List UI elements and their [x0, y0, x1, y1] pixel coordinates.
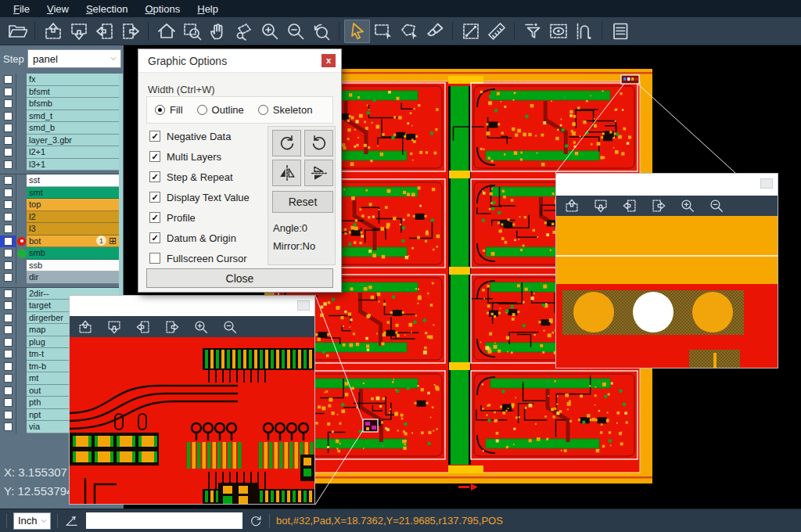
radio-skeleton[interactable]: Skeleton	[258, 104, 313, 116]
layer-item-smt[interactable]: smt	[27, 187, 119, 200]
angle-ruler-icon[interactable]	[64, 513, 80, 529]
polygon-select-button[interactable]	[396, 20, 422, 43]
reset-button[interactable]: Reset	[272, 191, 333, 213]
layer-checkbox[interactable]	[4, 411, 13, 419]
layer-checkbox[interactable]	[4, 350, 13, 358]
layer-item-sst[interactable]: sst	[27, 174, 119, 187]
layer-item-l3[interactable]: l3	[27, 223, 119, 235]
layer-item-bot[interactable]: bot1⊞	[27, 235, 119, 248]
checkbox-step-repeat[interactable]: ✓Step & Repeat	[149, 170, 233, 184]
radio-outline[interactable]: Outline	[197, 104, 244, 116]
open-folder-button[interactable]	[4, 20, 30, 43]
page-down-button[interactable]	[66, 20, 92, 43]
layer-item-dir[interactable]: dir	[27, 271, 119, 284]
select-cursor-button[interactable]	[344, 20, 370, 43]
rotate-ccw-button[interactable]	[304, 130, 333, 156]
view-options-button[interactable]	[545, 20, 571, 43]
inset-pcb-view[interactable]	[70, 337, 314, 504]
layer-item-l2-1[interactable]: l2+1	[27, 146, 119, 159]
checkbox-profile[interactable]: ✓Profile	[149, 210, 196, 225]
layer-item-ssb[interactable]: ssb	[27, 260, 119, 272]
menu-file[interactable]: File	[5, 2, 38, 16]
layer-checkbox[interactable]	[4, 374, 13, 383]
layer-checkbox[interactable]	[4, 422, 13, 431]
layer-checkbox[interactable]	[4, 213, 13, 221]
filter-button[interactable]	[519, 20, 545, 43]
page-left-button[interactable]	[622, 198, 638, 214]
command-input[interactable]	[86, 512, 242, 529]
page-left-button[interactable]	[135, 319, 151, 335]
layer-checkbox[interactable]	[4, 261, 13, 270]
layer-checkbox[interactable]	[4, 148, 13, 156]
flip-h-button[interactable]	[272, 160, 301, 186]
page-left-button[interactable]	[92, 20, 117, 43]
zoom-out-button[interactable]	[222, 319, 238, 335]
zoom-object-button[interactable]	[231, 20, 257, 43]
layer-item-smb[interactable]: smb	[27, 247, 119, 260]
page-up-button[interactable]	[564, 198, 580, 214]
zoom-window-button[interactable]	[179, 20, 205, 43]
unit-select[interactable]: Inch	[13, 512, 51, 530]
layer-checkbox[interactable]	[4, 398, 13, 407]
zoom-out-button[interactable]	[282, 20, 308, 43]
zoom-out-button[interactable]	[709, 198, 724, 214]
checkbox-display-text-value[interactable]: ✓Display Text Value	[149, 190, 250, 204]
checkbox-fullscreen-cursor[interactable]: Fullscreen Cursor	[149, 251, 247, 265]
zoom-in-button[interactable]	[257, 20, 282, 43]
home-button[interactable]	[153, 20, 179, 43]
measure-distance-button[interactable]	[458, 20, 483, 43]
menu-help[interactable]: Help	[189, 2, 227, 16]
layer-checkbox[interactable]	[4, 112, 13, 120]
flip-v-button[interactable]	[304, 160, 333, 186]
inset-window-button[interactable]	[760, 178, 773, 189]
zoom-in-button[interactable]	[193, 319, 209, 335]
layer-item-l2[interactable]: l2	[27, 211, 119, 224]
page-right-button[interactable]	[164, 319, 180, 335]
layer-checkbox[interactable]	[4, 249, 13, 257]
layer-checkbox[interactable]	[4, 225, 13, 233]
page-right-button[interactable]	[651, 198, 666, 214]
page-up-button[interactable]	[40, 20, 66, 43]
snap-button[interactable]	[571, 20, 597, 43]
layer-checkbox[interactable]	[4, 362, 13, 371]
layer-item-fx[interactable]: fx	[27, 74, 119, 86]
layer-item-smd-t[interactable]: smd_t	[27, 110, 119, 123]
checkbox-multi-layers[interactable]: ✓Multi Layers	[149, 149, 221, 164]
layer-item-layer-3-gbr[interactable]: layer_3.gbr	[27, 135, 119, 147]
layer-checkbox[interactable]	[4, 136, 13, 145]
layer-item-bfsmt[interactable]: bfsmt	[27, 86, 119, 99]
ruler-button[interactable]	[483, 20, 509, 43]
layer-checkbox[interactable]	[4, 273, 13, 282]
layer-checkbox[interactable]	[4, 301, 13, 310]
layer-checkbox[interactable]	[4, 338, 13, 347]
layer-item-bfsmb[interactable]: bfsmb	[27, 98, 119, 110]
page-down-button[interactable]	[106, 319, 122, 335]
sync-icon[interactable]	[249, 514, 263, 528]
layer-item-smd-b[interactable]: smd_b	[27, 122, 119, 135]
zoom-in-button[interactable]	[680, 198, 695, 214]
layer-checkbox[interactable]	[4, 237, 13, 246]
layer-checkbox[interactable]	[4, 325, 13, 334]
menu-selection[interactable]: Selection	[77, 2, 136, 16]
layer-checkbox[interactable]	[4, 75, 13, 84]
inset-pcb-view[interactable]	[556, 216, 778, 368]
layer-item-l3-1[interactable]: l3+1	[27, 159, 119, 171]
layer-checkbox[interactable]	[4, 289, 13, 298]
menu-view[interactable]: View	[38, 2, 77, 16]
radio-fill[interactable]: Fill	[155, 104, 183, 116]
layer-checkbox[interactable]	[4, 99, 13, 108]
layer-checkbox[interactable]	[4, 88, 13, 96]
layers-form-button[interactable]	[607, 20, 633, 43]
layer-checkbox[interactable]	[4, 314, 13, 322]
pan-hand-button[interactable]	[205, 20, 231, 43]
inset-window-button[interactable]	[297, 300, 310, 311]
layer-checkbox[interactable]	[4, 189, 13, 197]
menu-options[interactable]: Options	[136, 2, 189, 16]
brush-button[interactable]	[422, 20, 447, 43]
dialog-close-button[interactable]: Close	[146, 268, 333, 288]
page-up-button[interactable]	[77, 319, 93, 335]
rect-select-button[interactable]	[370, 20, 396, 43]
step-select[interactable]: panel	[27, 49, 121, 68]
rotate-cw-button[interactable]	[272, 130, 301, 156]
layer-checkbox[interactable]	[4, 176, 13, 185]
